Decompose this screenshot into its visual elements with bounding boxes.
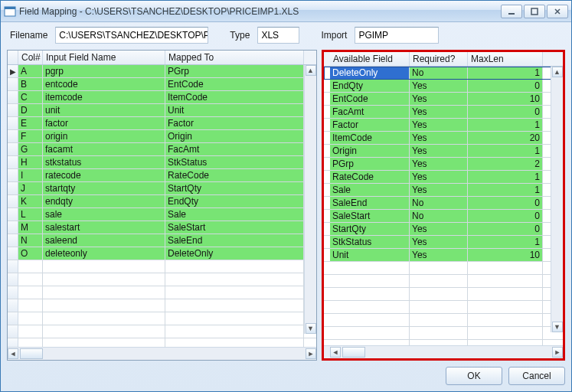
cell-field[interactable]: StartQty — [330, 223, 410, 235]
cell-required[interactable]: Yes — [410, 93, 468, 105]
table-row[interactable]: RateCodeYes1 — [324, 171, 563, 184]
table-row[interactable]: FacAmtYes0 — [324, 106, 563, 119]
table-row[interactable]: ItemCodeYes20 — [324, 132, 563, 145]
cell-colnum[interactable]: I — [18, 169, 43, 181]
available-hscroll[interactable]: ◄ ► — [324, 345, 563, 358]
table-row[interactable]: UnitYes10 — [324, 249, 563, 262]
table-row[interactable]: FactorYes1 — [324, 119, 563, 132]
cell-required[interactable]: Yes — [410, 80, 468, 92]
cell-required[interactable]: No — [410, 210, 468, 222]
cell-mapped[interactable]: Origin — [165, 130, 304, 142]
cell-mapped[interactable]: RateCode — [165, 169, 304, 181]
table-row[interactable]: BentcodeEntCode — [8, 78, 316, 91]
cell-field[interactable]: Unit — [330, 249, 410, 261]
table-row[interactable]: SaleYes1 — [324, 184, 563, 197]
cell-maxlen[interactable]: 1 — [468, 119, 543, 131]
cell-colnum[interactable]: L — [18, 208, 43, 220]
scroll-left-icon[interactable]: ◄ — [8, 348, 18, 359]
table-row[interactable]: ▶ApgrpPGrp — [8, 65, 316, 78]
cell-input[interactable]: salestart — [43, 221, 165, 234]
cell-maxlen[interactable]: 1 — [468, 184, 543, 196]
cell-colnum[interactable]: N — [18, 234, 43, 247]
cell-input[interactable]: deleteonly — [43, 247, 165, 260]
cell-input[interactable]: entcode — [43, 78, 165, 90]
scroll-thumb[interactable] — [342, 347, 365, 358]
cell-required[interactable]: Yes — [410, 171, 468, 183]
table-row[interactable]: NsaleendSaleEnd — [8, 234, 316, 247]
scroll-down-icon[interactable]: ▼ — [552, 322, 563, 332]
available-col-maxlen[interactable]: MaxLen — [468, 52, 543, 66]
available-col-required[interactable]: Required? — [410, 52, 468, 66]
cell-mapped[interactable]: Factor — [165, 117, 304, 129]
cell-field[interactable]: EndQty — [330, 80, 410, 92]
minimize-button[interactable] — [501, 5, 522, 18]
cell-field[interactable]: EntCode — [330, 93, 410, 105]
cell-field[interactable]: PGrp — [330, 158, 410, 170]
cell-field[interactable]: SaleStart — [330, 210, 410, 222]
cell-mapped[interactable]: StartQty — [165, 182, 304, 194]
scroll-right-icon[interactable]: ► — [552, 347, 563, 358]
import-field[interactable]: PGIMP — [355, 27, 439, 44]
table-row[interactable]: MsalestartSaleStart — [8, 221, 316, 234]
cell-input[interactable]: ratecode — [43, 169, 165, 181]
cell-input[interactable]: pgrp — [43, 65, 165, 77]
mapping-hscroll[interactable]: ◄ ► — [8, 347, 316, 360]
cell-maxlen[interactable]: 1 — [468, 67, 543, 79]
cell-required[interactable]: Yes — [410, 223, 468, 235]
cell-maxlen[interactable]: 0 — [468, 197, 543, 209]
table-row[interactable]: EfactorFactor — [8, 117, 316, 130]
table-row[interactable]: IratecodeRateCode — [8, 169, 316, 182]
cell-input[interactable]: endqty — [43, 195, 165, 207]
table-row[interactable]: SaleStartNo0 — [324, 210, 563, 223]
cell-input[interactable]: startqty — [43, 182, 165, 194]
table-row[interactable]: DeleteOnlyNo1 — [324, 67, 563, 80]
cell-colnum[interactable]: G — [18, 143, 43, 155]
table-row[interactable]: DunitUnit — [8, 104, 316, 117]
cell-required[interactable]: No — [410, 197, 468, 209]
cell-required[interactable]: Yes — [410, 119, 468, 131]
mapping-col-mapped[interactable]: Mapped To — [165, 51, 304, 64]
cell-mapped[interactable]: Unit — [165, 104, 304, 116]
cell-input[interactable]: stkstatus — [43, 156, 165, 168]
cell-maxlen[interactable]: 1 — [468, 236, 543, 248]
cell-mapped[interactable]: ItemCode — [165, 91, 304, 103]
titlebar[interactable]: Field Mapping - C:\USERS\TSANCHEZ\DESKTO… — [1, 1, 571, 22]
table-row[interactable]: StartQtyYes0 — [324, 223, 563, 236]
cell-mapped[interactable]: Sale — [165, 208, 304, 220]
cell-input[interactable]: origin — [43, 130, 165, 142]
mapping-col-input[interactable]: Input Field Name — [43, 51, 165, 64]
cell-colnum[interactable]: M — [18, 221, 43, 234]
cell-field[interactable]: ItemCode — [330, 132, 410, 144]
cell-colnum[interactable]: F — [18, 130, 43, 142]
cell-colnum[interactable]: A — [18, 65, 43, 77]
cell-maxlen[interactable]: 0 — [468, 223, 543, 235]
cell-colnum[interactable]: C — [18, 91, 43, 103]
cell-mapped[interactable]: SaleEnd — [165, 234, 304, 247]
table-row[interactable]: ForiginOrigin — [8, 130, 316, 143]
cell-mapped[interactable]: StkStatus — [165, 156, 304, 168]
cell-maxlen[interactable]: 1 — [468, 171, 543, 183]
cell-input[interactable]: saleend — [43, 234, 165, 247]
cell-field[interactable]: Factor — [330, 119, 410, 131]
table-row[interactable]: GfacamtFacAmt — [8, 143, 316, 156]
available-fields-grid[interactable]: Available Field Required? MaxLen DeleteO… — [322, 50, 565, 361]
type-field[interactable]: XLS — [257, 27, 299, 44]
cell-mapped[interactable]: DeleteOnly — [165, 247, 304, 260]
cancel-button[interactable]: Cancel — [508, 367, 565, 385]
cell-maxlen[interactable]: 1 — [468, 145, 543, 157]
cell-field[interactable]: StkStatus — [330, 236, 410, 248]
cell-input[interactable]: factor — [43, 117, 165, 129]
table-row[interactable]: EntCodeYes10 — [324, 93, 563, 106]
cell-required[interactable]: Yes — [410, 132, 468, 144]
cell-required[interactable]: Yes — [410, 249, 468, 261]
table-row[interactable]: JstartqtyStartQty — [8, 182, 316, 195]
cell-input[interactable]: facamt — [43, 143, 165, 155]
cell-field[interactable]: FacAmt — [330, 106, 410, 118]
cell-required[interactable]: Yes — [410, 236, 468, 248]
cell-maxlen[interactable]: 0 — [468, 80, 543, 92]
cell-colnum[interactable]: K — [18, 195, 43, 207]
cell-field[interactable]: RateCode — [330, 171, 410, 183]
ok-button[interactable]: OK — [446, 367, 502, 385]
cell-colnum[interactable]: B — [18, 78, 43, 90]
cell-mapped[interactable]: EndQty — [165, 195, 304, 207]
